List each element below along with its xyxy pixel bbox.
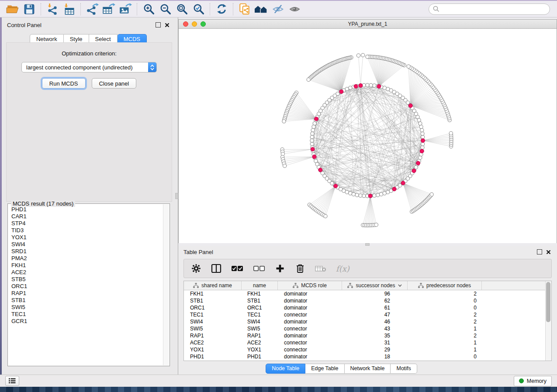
tab-network-table[interactable]: Network Table (345, 364, 391, 374)
dominator-node[interactable] (334, 184, 338, 188)
vertical-splitter[interactable] (175, 17, 178, 375)
network-node[interactable] (421, 132, 424, 135)
network-node[interactable] (421, 135, 425, 139)
dominator-node[interactable] (359, 83, 363, 87)
cell-predecessor[interactable]: 2 (408, 333, 482, 339)
search-input[interactable] (442, 4, 550, 14)
cell-successor[interactable]: 35 (342, 333, 408, 339)
network-node[interactable] (366, 55, 369, 58)
cell-predecessor[interactable]: 2 (408, 291, 482, 297)
cell-mcds_role[interactable]: dominator (278, 354, 342, 360)
mcds-result-item[interactable]: ACE2 (11, 269, 163, 276)
add-button[interactable] (275, 262, 285, 275)
network-node[interactable] (283, 164, 287, 168)
mcds-result-item[interactable]: STB5 (11, 276, 163, 283)
network-titlebar[interactable]: YPA_prune.txt_1 (179, 20, 557, 29)
network-canvas[interactable] (179, 29, 557, 243)
cell-shared_name[interactable]: SWI5 (184, 326, 242, 332)
cell-shared_name[interactable]: YOX1 (184, 347, 242, 353)
task-history-button[interactable] (5, 376, 19, 386)
network-node[interactable] (352, 193, 355, 196)
cell-name[interactable]: STB1 (242, 298, 278, 304)
cell-name[interactable]: ACE2 (242, 340, 278, 346)
cell-shared_name[interactable]: TEC1 (184, 312, 242, 318)
network-node[interactable] (373, 84, 376, 87)
table-row[interactable]: FKH1FKH1dominator962 (184, 290, 551, 297)
select-all-button[interactable] (231, 262, 243, 275)
cell-name[interactable]: PHD1 (242, 354, 278, 360)
dominator-node[interactable] (416, 161, 420, 165)
cell-predecessor[interactable]: 0 (408, 305, 482, 311)
settings-gear-button[interactable] (191, 262, 201, 275)
dominator-node[interactable] (401, 181, 405, 185)
network-node[interactable] (407, 65, 410, 68)
network-node[interactable] (355, 193, 359, 197)
cell-mcds_role[interactable]: connector (278, 340, 342, 346)
network-node[interactable] (356, 54, 360, 57)
mcds-result-item[interactable]: STB1 (11, 297, 163, 304)
dominator-node[interactable] (421, 139, 425, 143)
cell-predecessor[interactable]: 1 (408, 326, 482, 332)
table-row[interactable]: RAP1RAP1dominator352 (184, 332, 551, 339)
cell-successor[interactable]: 47 (342, 312, 408, 318)
network-node[interactable] (374, 223, 378, 227)
table-row[interactable]: STB1STB1dominator620 (184, 297, 551, 304)
mcds-result-item[interactable]: TEC1 (11, 311, 163, 318)
export-image-button[interactable] (117, 2, 134, 16)
cell-predecessor[interactable]: 1 (408, 340, 482, 346)
mcds-list-scrollbar[interactable] (163, 204, 169, 365)
import-network-button[interactable] (44, 2, 61, 16)
cell-name[interactable]: RAP1 (242, 333, 278, 339)
column-header-predecessor-nodes[interactable]: predecessor nodes (408, 281, 482, 290)
zoom-selected-button[interactable] (190, 2, 207, 16)
network-node[interactable] (310, 135, 314, 139)
function-builder-button[interactable]: f(x) (336, 262, 349, 275)
network-node[interactable] (369, 83, 373, 87)
cell-shared_name[interactable]: STB1 (184, 298, 242, 304)
cell-predecessor[interactable]: 0 (408, 354, 482, 360)
dominator-node[interactable] (312, 155, 316, 159)
refresh-button[interactable] (213, 2, 230, 16)
table-row[interactable]: YOX1YOX1connector291 (184, 346, 551, 353)
cell-shared_name[interactable]: PHD1 (184, 354, 242, 360)
cell-successor[interactable]: 62 (342, 298, 408, 304)
run-mcds-button[interactable]: Run MCDS (42, 78, 86, 89)
mcds-result-item[interactable]: GCR1 (11, 318, 163, 325)
dominator-node[interactable] (311, 147, 315, 151)
column-header-mcds-role[interactable]: MCDS role (278, 281, 342, 290)
zoom-in-button[interactable] (140, 2, 157, 16)
network-node[interactable] (362, 194, 366, 198)
mcds-result-item[interactable]: RAP1 (11, 290, 163, 297)
dominator-node[interactable] (392, 187, 396, 191)
mcds-result-item[interactable]: SRD1 (11, 248, 163, 255)
cell-successor[interactable]: 96 (342, 291, 408, 297)
dominator-node[interactable] (412, 169, 416, 173)
save-button[interactable] (21, 2, 38, 16)
network-node[interactable] (324, 214, 327, 218)
network-node[interactable] (349, 192, 352, 195)
mcds-result-item[interactable]: PHD1 (11, 206, 163, 213)
zoom-out-button[interactable] (157, 2, 173, 16)
network-node[interactable] (311, 132, 314, 135)
cell-name[interactable]: TEC1 (242, 312, 278, 318)
network-node[interactable] (310, 139, 314, 142)
table-row[interactable]: ORC1ORC1dominator610 (184, 304, 551, 311)
memory-button[interactable]: Memory (514, 376, 552, 386)
network-node[interactable] (449, 131, 453, 135)
table-row[interactable]: SWI4SWI4dominator462 (184, 318, 551, 325)
dominator-node[interactable] (339, 89, 343, 93)
cell-mcds_role[interactable]: connector (278, 312, 342, 318)
delete-table-button[interactable] (315, 262, 326, 275)
cell-shared_name[interactable]: ORC1 (184, 305, 242, 311)
first-neighbors-button[interactable] (253, 2, 270, 16)
network-node[interactable] (366, 83, 369, 87)
close-panel-icon[interactable] (546, 250, 551, 254)
table-row[interactable]: TEC1TEC1connector472 (184, 311, 551, 318)
cell-successor[interactable]: 61 (342, 305, 408, 311)
dominator-node[interactable] (377, 84, 381, 88)
cell-name[interactable]: FKH1 (242, 291, 278, 297)
network-node[interactable] (383, 192, 386, 195)
cell-mcds_role[interactable]: dominator (278, 319, 342, 325)
network-node[interactable] (419, 122, 422, 125)
float-panel-icon[interactable] (156, 22, 161, 28)
